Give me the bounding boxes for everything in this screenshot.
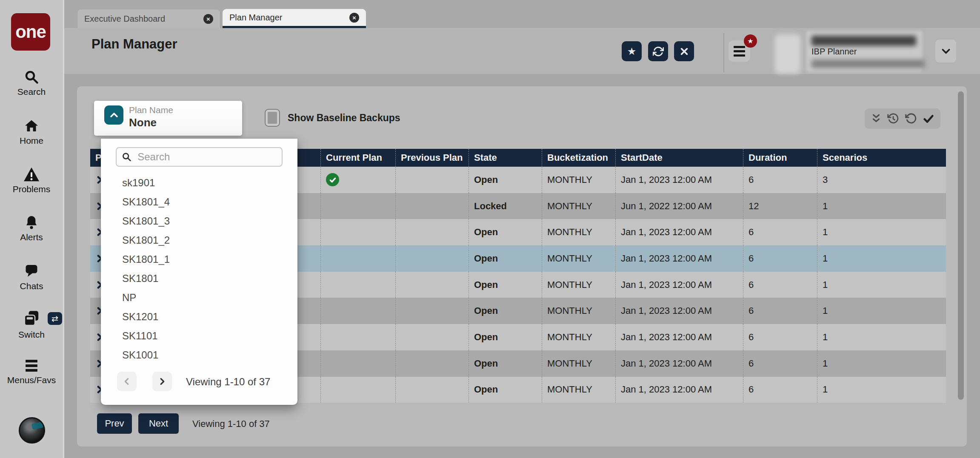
vertical-scrollbar[interactable] <box>958 91 964 400</box>
user-photo-blurred <box>775 34 800 74</box>
chat-icon <box>23 264 40 279</box>
search-icon <box>122 151 131 162</box>
one-logo[interactable]: one <box>11 13 50 51</box>
column-header-bucketization[interactable]: Bucketization <box>542 149 616 167</box>
home-icon <box>23 118 40 134</box>
cell-state: Open <box>469 245 542 272</box>
cell-start-date: Jan 1, 2023 12:00 AM <box>616 167 743 193</box>
sidebar: one Search Home Problems Alerts Chats Sw… <box>0 0 64 458</box>
cell-scenarios: 3 <box>817 167 946 193</box>
plan-filter-collapse-button[interactable] <box>104 105 123 125</box>
cell-start-date: Jan 1, 2023 12:00 AM <box>616 324 743 350</box>
history-button[interactable] <box>887 113 899 125</box>
sidebar-item-home[interactable]: Home <box>0 118 63 146</box>
plan-name-label: Plan Name <box>129 105 173 115</box>
cell-scenarios: 1 <box>817 377 946 403</box>
cell-duration: 6 <box>743 219 817 245</box>
check-icon <box>923 113 934 125</box>
cell-duration: 12 <box>743 193 817 219</box>
cell-current-plan <box>321 219 396 245</box>
sidebar-item-label: Search <box>17 87 46 97</box>
cell-previous-plan <box>396 245 469 272</box>
cell-previous-plan <box>396 350 469 377</box>
sidebar-item-alerts[interactable]: Alerts <box>0 215 63 242</box>
cell-start-date: Jan 1, 2023 12:00 AM <box>616 350 743 377</box>
cell-previous-plan <box>396 193 469 219</box>
cell-current-plan <box>321 350 396 377</box>
refresh-button[interactable] <box>648 41 668 61</box>
cell-bucketization: MONTHLY <box>542 245 616 272</box>
collapse-all-button[interactable] <box>871 113 882 124</box>
column-header-duration[interactable]: Duration <box>743 149 817 167</box>
dropdown-search-input[interactable] <box>137 151 277 163</box>
sidebar-item-search[interactable]: Search <box>0 69 63 97</box>
plan-option[interactable]: SK1001 <box>101 345 297 364</box>
undo-button[interactable] <box>905 113 917 125</box>
cell-current-plan <box>321 298 396 324</box>
cell-previous-plan <box>396 272 469 298</box>
tab-plan-manager[interactable]: Plan Manager × <box>223 9 366 28</box>
plan-option[interactable]: SK1801_4 <box>101 192 297 211</box>
apply-button[interactable] <box>923 113 934 125</box>
title-bar: Plan Manager ★ ★ IBP Planner <box>64 28 980 74</box>
cell-state: Open <box>469 298 542 324</box>
column-header-previous-plan[interactable]: Previous Plan <box>396 149 469 167</box>
plan-option[interactable]: sk1901 <box>101 173 297 192</box>
close-screen-button[interactable] <box>674 41 694 61</box>
plan-option[interactable]: SK1101 <box>101 326 297 345</box>
current-plan-check-icon <box>326 173 339 186</box>
user-avatar[interactable] <box>19 417 45 444</box>
cell-scenarios: 1 <box>817 272 946 298</box>
cell-duration: 6 <box>743 167 817 193</box>
user-menu-button[interactable] <box>935 40 956 63</box>
dropdown-prev-page-button[interactable] <box>117 372 137 391</box>
cell-start-date: Jun 1, 2022 12:00 AM <box>616 193 743 219</box>
plan-option[interactable]: SK1801_1 <box>101 250 297 269</box>
plan-option[interactable]: SK1801 <box>101 269 297 288</box>
grid-action-toolbar <box>865 108 940 129</box>
plan-name-filter: Plan Name None <box>94 101 242 136</box>
column-header-current-plan[interactable]: Current Plan <box>321 149 396 167</box>
cell-state: Open <box>469 219 542 245</box>
column-header-state[interactable]: State <box>469 149 542 167</box>
favorite-button[interactable]: ★ <box>622 41 642 61</box>
sidebar-item-chats[interactable]: Chats <box>0 264 63 291</box>
column-header-scenarios[interactable]: Scenarios <box>817 149 946 167</box>
dropdown-next-page-button[interactable] <box>152 372 172 391</box>
cell-bucketization: MONTHLY <box>542 272 616 298</box>
show-baseline-checkbox[interactable] <box>265 109 280 127</box>
cell-start-date: Jan 1, 2023 12:00 AM <box>616 272 743 298</box>
chevron-right-icon <box>157 377 167 386</box>
cell-start-date: Jan 1, 2023 12:00 AM <box>616 219 743 245</box>
cell-bucketization: MONTHLY <box>542 350 616 377</box>
sidebar-item-problems[interactable]: Problems <box>0 167 63 194</box>
switch-icon <box>23 310 40 327</box>
dropdown-viewing-range-text: Viewing 1-10 of 37 <box>186 376 270 388</box>
prev-page-button[interactable]: Prev <box>97 413 132 434</box>
column-header-startdate[interactable]: StartDate <box>616 149 743 167</box>
cell-start-date: Jan 1, 2023 12:00 AM <box>616 245 743 272</box>
sidebar-item-label: Problems <box>13 184 51 194</box>
tab-label: Plan Manager <box>229 13 349 23</box>
favorites-badge-icon: ★ <box>744 34 757 48</box>
next-page-button[interactable]: Next <box>138 413 179 434</box>
switch-swap-badge[interactable]: ⇄ <box>48 312 62 325</box>
viewing-range-text: Viewing 1-10 of 37 <box>192 418 270 430</box>
toolbar-divider <box>723 33 724 72</box>
swap-arrows-icon: ⇄ <box>51 314 58 324</box>
cell-previous-plan <box>396 298 469 324</box>
close-icon[interactable]: × <box>203 14 213 24</box>
plan-option[interactable]: NP <box>101 288 297 307</box>
tab-executive-dashboard[interactable]: Executive Dashboard × <box>77 9 220 28</box>
search-icon <box>24 69 39 85</box>
sidebar-item-menus-favs[interactable]: Menus/Favs <box>0 358 63 385</box>
close-icon[interactable]: × <box>349 13 359 23</box>
cell-state: Open <box>469 324 542 350</box>
plan-name-value[interactable]: None <box>129 116 157 129</box>
plan-option[interactable]: SK1801_2 <box>101 230 297 250</box>
plan-option[interactable]: SK1801_3 <box>101 211 297 230</box>
plan-option-list: sk1901SK1801_4SK1801_3SK1801_2SK1801_1SK… <box>101 173 297 364</box>
plan-option[interactable]: SK1201 <box>101 307 297 326</box>
sidebar-item-label: Home <box>20 136 43 146</box>
history-icon <box>887 113 899 125</box>
